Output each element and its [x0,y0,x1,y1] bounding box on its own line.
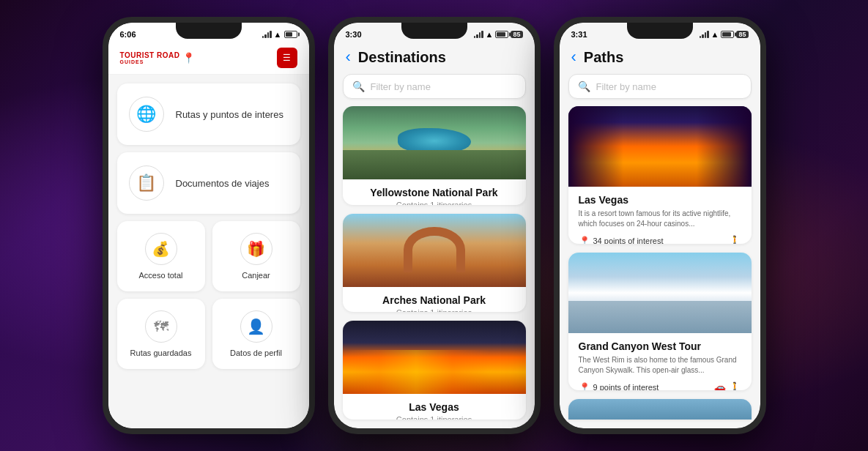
phone3-battery [721,31,734,38]
path-canyon-pin-icon: 📍 [579,382,590,391]
menu-item-perfil[interactable]: 👤 Datos de perfil [212,299,300,369]
phone3-header: ‹ Paths [560,43,760,74]
paths-search-icon: 🔍 [578,81,590,92]
phone3-battery-percent: 85 [736,31,748,38]
destination-arches[interactable]: Arches National Park Contains 1 itinerar… [343,214,526,313]
arches-sub: Contains 1 itineraries [353,308,516,313]
phones-container: 6:06 ▲ TOURIST ROAD GUIDES [0,0,868,451]
vegas-name: Las Vegas [353,401,516,413]
paths-search-placeholder: Filter by name [596,81,656,92]
vegas-info: Las Vegas Contains 1 itineraries [343,394,526,420]
acceso-icon: 💰 [145,233,177,265]
phone2-notch [401,23,467,39]
path-partial-image [568,399,752,420]
perfil-label: Datos de perfil [230,348,282,357]
menu-item-acceso[interactable]: 💰 Acceso total [117,221,205,291]
path-canyon-transport-icons: 🚗 🚶 [713,381,741,390]
vegas-image [343,321,526,394]
phone1-time: 6:06 [120,30,136,39]
phone3-notch [627,23,693,39]
destination-vegas[interactable]: Las Vegas Contains 1 itineraries [343,321,526,420]
settings-icon: ☰ [283,53,291,63]
phone1-content: 🌐 Rutas y puntos de interes 📋 Documentos… [108,75,309,428]
vegas-sub: Contains 1 itineraries [353,415,516,420]
destinations-search-icon: 🔍 [352,81,365,92]
paths-list: Las Vegas It is a resort town famous for… [560,106,760,428]
phone-1: 6:06 ▲ TOURIST ROAD GUIDES [103,17,315,434]
arches-info: Arches National Park Contains 1 itinerar… [343,287,526,313]
paths-search-bar[interactable]: 🔍 Filter by name [568,74,752,99]
phone2-status-icons: ▲ 85 [474,30,523,39]
rutas-icon: 🌐 [129,97,164,132]
path-vegas-info: Las Vegas It is a resort town famous for… [568,187,752,244]
phone2-wifi-icon: ▲ [486,30,494,39]
perfil-icon: 👤 [240,310,272,343]
arches-name: Arches National Park [353,294,516,306]
paths-back-button[interactable]: ‹ [571,48,576,67]
paths-title: Paths [584,49,623,66]
destinations-search-placeholder: Filter by name [371,81,431,92]
path-partial-card [568,399,752,420]
car-icon: 🚗 [713,381,726,390]
path-canyon-points: 📍 9 points of interest [579,382,659,391]
phone2-time: 3:30 [346,30,362,39]
canjear-icon: 🎁 [240,233,272,265]
path-vegas-points: 📍 34 points of interest [579,236,664,245]
yellowstone-info: Yellowstone National Park Contains 1 iti… [343,179,526,205]
logo-sub-text: GUIDES [120,59,180,64]
path-vegas-image [568,106,752,187]
phone1-status-icons: ▲ [262,30,297,39]
phone1-signal [262,31,272,38]
phone2-battery [495,31,508,38]
phone1-wifi-icon: ▲ [274,30,282,39]
documentos-label: Documentos de viajes [176,178,270,189]
phone3-time: 3:31 [571,30,587,39]
rutas-guardadas-icon: 🗺 [145,310,177,343]
phone1-notch [176,23,242,39]
documentos-icon: 📋 [129,165,164,201]
menu-item-rutas-guardadas[interactable]: 🗺 Rutas guardadas [117,299,205,369]
menu-item-documentos[interactable]: 📋 Documentos de viajes [117,152,300,214]
path-canyon-meta: 📍 9 points of interest 🚗 🚶 [579,381,741,390]
rutas-guardadas-label: Rutas guardadas [130,348,192,357]
header-settings-button[interactable]: ☰ [277,48,297,68]
logo-main-text: TOURIST ROAD [120,52,180,59]
path-vegas-pin-icon: 📍 [579,236,590,245]
path-vegas-desc: It is a resort town famous for its activ… [579,209,741,229]
path-canyon-info: Grand Canyon West Tour The West Rim is a… [568,333,752,390]
path-canyon-points-text: 9 points of interest [593,383,659,390]
yellowstone-name: Yellowstone National Park [353,187,516,198]
canjear-label: Canjear [242,271,270,280]
logo-text-block: TOURIST ROAD GUIDES [120,52,180,64]
destinations-list: Yellowstone National Park Contains 1 iti… [334,106,535,428]
menu-item-rutas[interactable]: 🌐 Rutas y puntos de interes [117,83,300,145]
path-canyon-desc: The West Rim is also home to the famous … [579,355,741,376]
destinations-back-button[interactable]: ‹ [346,48,351,67]
phone1-battery [284,31,297,38]
path-vegas-transport-icons: 🚶 [729,235,741,244]
path-canyon-name: Grand Canyon West Tour [579,340,741,352]
phone3-signal [700,31,709,38]
phone2-header: ‹ Destinations [334,43,535,74]
menu-item-canjear[interactable]: 🎁 Canjear [212,221,300,291]
menu-row-1: 💰 Acceso total 🎁 Canjear [117,221,300,291]
rutas-label: Rutas y puntos de interes [176,109,283,120]
logo-pin-icon: 📍 [182,52,195,64]
phone2-signal [474,31,483,38]
phone1-header: TOURIST ROAD GUIDES 📍 ☰ [108,43,309,75]
phone3-wifi-icon: ▲ [711,30,719,39]
path-grand-canyon[interactable]: Grand Canyon West Tour The West Rim is a… [568,253,752,390]
tourist-road-logo: TOURIST ROAD GUIDES 📍 [120,52,196,64]
phone2-battery-percent: 85 [511,31,522,38]
menu-row-2: 🗺 Rutas guardadas 👤 Datos de perfil [117,299,300,369]
path-vegas-name: Las Vegas [579,194,741,206]
phone-3: 3:31 ▲ 85 ‹ Paths 🔍 Filter by [554,17,766,434]
destinations-search-bar[interactable]: 🔍 Filter by name [343,74,526,99]
walking-icon-2: 🚶 [729,381,741,390]
arches-image [343,214,526,287]
path-vegas-points-text: 34 points of interest [593,236,664,244]
destination-yellowstone[interactable]: Yellowstone National Park Contains 1 iti… [343,106,526,205]
acceso-label: Acceso total [139,271,183,280]
path-las-vegas[interactable]: Las Vegas It is a resort town famous for… [568,106,752,244]
phone-2: 3:30 ▲ 85 ‹ Destinations 🔍 Fi [328,17,541,434]
